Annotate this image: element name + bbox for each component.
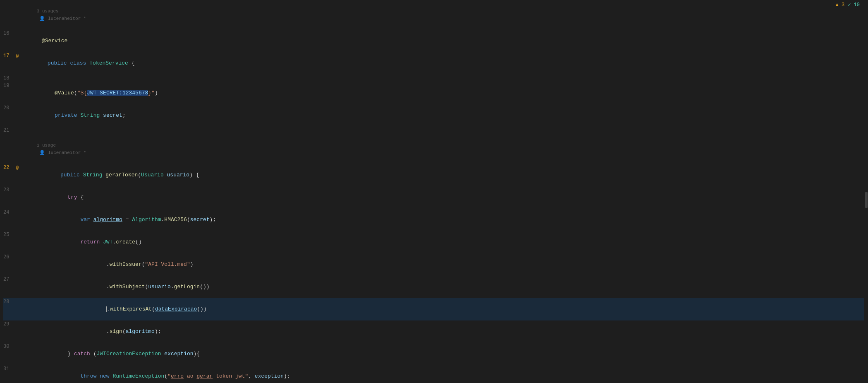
- line-17: 17 @ public class TokenService {: [3, 52, 868, 75]
- code-area[interactable]: ▲ 3 ✓ 10 3 usages 👤 lucenaheitor * 16 @S…: [0, 0, 868, 383]
- editor-container: ▲ 3 ✓ 10 3 usages 👤 lucenaheitor * 16 @S…: [0, 0, 868, 383]
- scrollbar-thumb[interactable]: [865, 192, 868, 208]
- line-19: 19 @Value("${JWT_SECRET:12345678}"): [3, 82, 868, 104]
- line-24: 24 var algoritmo = Algorithm.HMAC256(sec…: [3, 209, 868, 231]
- meta-line-1: 3 usages 👤 lucenaheitor *: [3, 0, 868, 30]
- at-gutter-22: @: [16, 164, 22, 171]
- line-20: 20 private String secret;: [3, 104, 868, 127]
- line-28: 28 .withExpiresAt(dataExpiracao()): [3, 298, 868, 320]
- line-16: 16 @Service: [3, 30, 868, 52]
- vertical-scrollbar[interactable]: [864, 0, 868, 383]
- line-29: 29 .sign(algoritmo);: [3, 320, 868, 343]
- line-18: 18: [3, 75, 868, 82]
- line-22: 22 @ public String gerarToken(Usuario us…: [3, 164, 868, 186]
- line-23: 23 try {: [3, 186, 868, 209]
- line-30: 30 } catch (JWTCreationException excepti…: [3, 343, 868, 365]
- line-27: 27 .withSubject(usuario.getLogin()): [3, 276, 868, 298]
- line-31: 31 throw new RuntimeException("erro ao g…: [3, 365, 868, 383]
- line-21: 21: [3, 127, 868, 134]
- line-26: 26 .withIssuer("API Voll.med"): [3, 253, 868, 276]
- meta-line-2: 1 usage 👤 lucenaheitor *: [3, 134, 868, 164]
- line-25: 25 return JWT.create(): [3, 231, 868, 253]
- at-gutter-17: @: [16, 52, 22, 60]
